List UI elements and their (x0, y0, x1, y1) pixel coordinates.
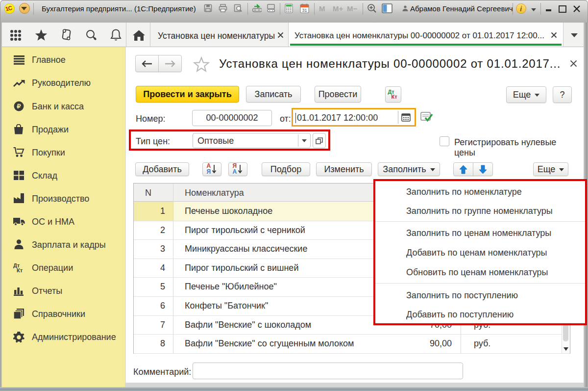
svg-text:₽: ₽ (17, 103, 21, 110)
svg-text:31: 31 (302, 8, 307, 13)
